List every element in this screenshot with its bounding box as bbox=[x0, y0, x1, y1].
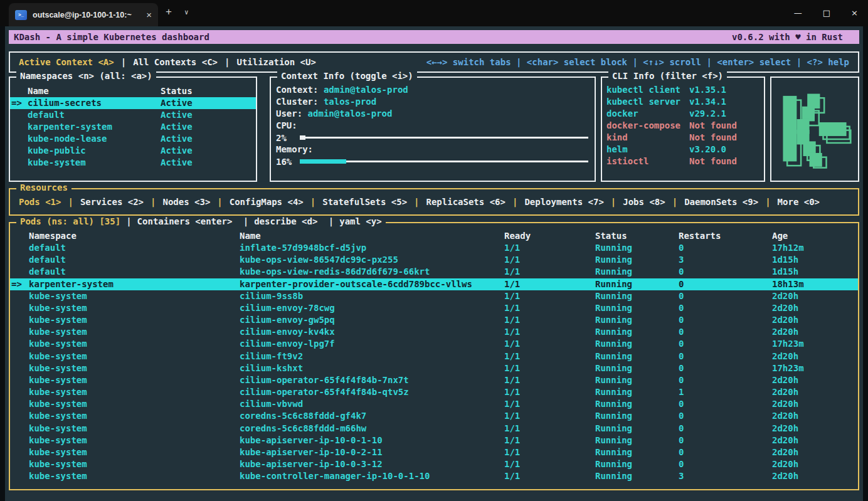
pod-row[interactable]: kube-system cilium-kshxt 1/1 Running 0 1… bbox=[10, 362, 858, 374]
pods-action[interactable]: Containers <enter> bbox=[120, 216, 232, 226]
resource-tab[interactable]: Services <2> bbox=[61, 197, 144, 207]
resource-tabs: Pods <1> Services <2> Nodes <3> ConfigMa… bbox=[19, 197, 820, 207]
resource-tab[interactable]: Nodes <3> bbox=[144, 197, 210, 207]
pods-panel: Pods (ns: all) [35] Containers <enter> d… bbox=[9, 222, 859, 490]
pod-namespace: kube-system bbox=[29, 458, 240, 470]
pod-age: 17h23m bbox=[772, 338, 857, 350]
pod-row[interactable]: kube-system cilium-9ss8b 1/1 Running 0 2… bbox=[10, 290, 858, 302]
tab-dropdown-icon[interactable]: ∨ bbox=[184, 8, 189, 16]
pod-row[interactable]: kube-system cilium-envoy-lpg7f 1/1 Runni… bbox=[10, 338, 858, 350]
pod-status: Running bbox=[595, 314, 679, 326]
column-name: Name bbox=[240, 230, 504, 242]
column-age: Age bbox=[772, 230, 857, 242]
namespace-row[interactable]: karpenter-system Active bbox=[10, 121, 256, 133]
namespace-row[interactable]: default Active bbox=[10, 109, 256, 121]
pod-name: coredns-5c6c88fddd-gf4k7 bbox=[240, 410, 504, 422]
pod-row[interactable]: kube-system kube-controller-manager-ip-1… bbox=[10, 470, 858, 482]
pod-row[interactable]: kube-system cilium-ft9v2 1/1 Running 0 2… bbox=[10, 351, 858, 362]
pod-row[interactable]: => karpenter-system karpenter-provider-o… bbox=[10, 278, 858, 290]
pod-row[interactable]: kube-system coredns-5c6c88fddd-m66hw 1/1… bbox=[10, 423, 858, 435]
pod-restarts: 0 bbox=[679, 338, 772, 350]
namespace-row[interactable]: kube-system Active bbox=[10, 157, 256, 169]
maximize-button[interactable]: □ bbox=[823, 8, 830, 18]
new-tab-button[interactable]: + bbox=[166, 6, 172, 18]
pod-age: 2d20h bbox=[772, 446, 857, 458]
selection-marker bbox=[11, 266, 29, 278]
pod-row[interactable]: default kube-ops-view-redis-86d7d6f679-6… bbox=[10, 266, 858, 278]
pod-namespace: kube-system bbox=[29, 351, 240, 362]
pod-row[interactable]: kube-system cilium-operator-65f4f4f84b-q… bbox=[10, 386, 858, 398]
pod-namespace: kube-system bbox=[29, 386, 240, 398]
resource-tab[interactable]: ConfigMaps <4> bbox=[210, 197, 303, 207]
kdash-header-bar: KDash - A simple Kubernetes dashboard v0… bbox=[9, 30, 859, 44]
selection-marker: => bbox=[11, 97, 28, 109]
pod-row[interactable]: default inflate-57d9948bcf-d5jvp 1/1 Run… bbox=[10, 242, 858, 254]
selection-marker: => bbox=[11, 278, 29, 290]
pod-row[interactable]: kube-system kube-apiserver-ip-10-0-1-10 … bbox=[10, 435, 858, 446]
resource-tab[interactable]: DaemonSets <9> bbox=[665, 197, 758, 207]
namespace-row[interactable]: kube-node-lease Active bbox=[10, 133, 256, 145]
pod-age: 17h12m bbox=[772, 242, 857, 254]
namespace-name: karpenter-system bbox=[28, 121, 161, 133]
pod-status: Running bbox=[595, 470, 679, 482]
resource-tab[interactable]: ReplicaSets <6> bbox=[407, 197, 505, 207]
cli-tool-row: istioctl Not found bbox=[602, 156, 764, 167]
namespace-row[interactable]: kube-public Active bbox=[10, 145, 256, 157]
selection-marker bbox=[11, 326, 29, 338]
pods-table-body: default inflate-57d9948bcf-d5jvp 1/1 Run… bbox=[10, 242, 858, 482]
cli-tool-row: kubectl client v1.35.1 bbox=[602, 84, 764, 96]
resource-tab[interactable]: Deployments <7> bbox=[505, 197, 604, 207]
pod-restarts: 0 bbox=[679, 362, 772, 374]
close-button[interactable]: × bbox=[851, 8, 858, 18]
selection-marker bbox=[11, 121, 28, 133]
selection-marker bbox=[11, 446, 29, 458]
pod-name: cilium-envoy-gw5pq bbox=[240, 314, 504, 326]
pod-row[interactable]: kube-system coredns-5c6c88fddd-gf4k7 1/1… bbox=[10, 410, 858, 422]
pod-row[interactable]: kube-system kube-apiserver-ip-10-0-2-11 … bbox=[10, 446, 858, 458]
selection-marker bbox=[11, 362, 29, 374]
pod-row[interactable]: kube-system cilium-envoy-78cwg 1/1 Runni… bbox=[10, 302, 858, 314]
namespace-row[interactable]: => cilium-secrets Active bbox=[10, 97, 256, 109]
resource-tab[interactable]: StatefulSets <5> bbox=[304, 197, 407, 207]
minimize-button[interactable]: — bbox=[794, 8, 802, 18]
pod-name: cilium-ft9v2 bbox=[240, 351, 504, 362]
namespaces-table-body: => cilium-secrets Active default Active … bbox=[10, 97, 256, 169]
selection-marker bbox=[11, 470, 29, 482]
menubar-tab[interactable]: Utilization <U> bbox=[218, 57, 316, 67]
pods-action[interactable]: describe <d> bbox=[238, 216, 318, 226]
pod-ready: 1/1 bbox=[504, 435, 595, 446]
selection-marker bbox=[11, 314, 29, 326]
pod-row[interactable]: kube-system cilium-envoy-gw5pq 1/1 Runni… bbox=[10, 314, 858, 326]
pod-row[interactable]: default kube-ops-view-86547dc99c-px255 1… bbox=[10, 254, 858, 266]
cli-tool-row: docker-compose Not found bbox=[602, 120, 764, 132]
terminal-tab[interactable]: >_ outscale@ip-10-100-1-10:~ × bbox=[9, 3, 158, 26]
menubar-tab[interactable]: Active Context <A> bbox=[19, 57, 114, 67]
memory-label: Memory: bbox=[276, 144, 590, 156]
pod-row[interactable]: kube-system cilium-vbvwd 1/1 Running 0 2… bbox=[10, 398, 858, 410]
pod-status: Running bbox=[595, 374, 679, 386]
tab-close-icon[interactable]: × bbox=[146, 9, 152, 20]
cli-tool-version: Not found bbox=[689, 156, 760, 167]
pod-row[interactable]: kube-system kube-apiserver-ip-10-0-3-12 … bbox=[10, 458, 858, 470]
pod-namespace: kube-system bbox=[29, 314, 240, 326]
pod-namespace: kube-system bbox=[29, 435, 240, 446]
pod-age: 2d20h bbox=[772, 398, 857, 410]
pods-action[interactable]: yaml <y> bbox=[323, 216, 382, 226]
pod-name: kube-ops-view-86547dc99c-px255 bbox=[240, 254, 504, 266]
menubar-tab[interactable]: All Contexts <C> bbox=[114, 57, 218, 67]
pod-row[interactable]: kube-system cilium-envoy-kv4kx 1/1 Runni… bbox=[10, 326, 858, 338]
resource-tab[interactable]: More <0> bbox=[758, 197, 820, 207]
pod-row[interactable]: kube-system cilium-operator-65f4f4f84b-7… bbox=[10, 374, 858, 386]
pod-restarts: 0 bbox=[679, 435, 772, 446]
app-version: v0.6.2 with ♥ in Rust bbox=[732, 32, 843, 42]
pod-ready: 1/1 bbox=[504, 254, 595, 266]
pod-ready: 1/1 bbox=[504, 314, 595, 326]
selection-marker bbox=[11, 351, 29, 362]
namespace-status: Active bbox=[161, 121, 255, 133]
resource-tab[interactable]: Pods <1> bbox=[19, 197, 61, 207]
cluster-line: Cluster: talos-prod bbox=[276, 96, 590, 108]
resource-tab[interactable]: Jobs <8> bbox=[604, 197, 665, 207]
column-status: Status bbox=[595, 230, 679, 242]
pod-name: kube-apiserver-ip-10-0-3-12 bbox=[240, 458, 504, 470]
pod-status: Running bbox=[595, 410, 679, 422]
